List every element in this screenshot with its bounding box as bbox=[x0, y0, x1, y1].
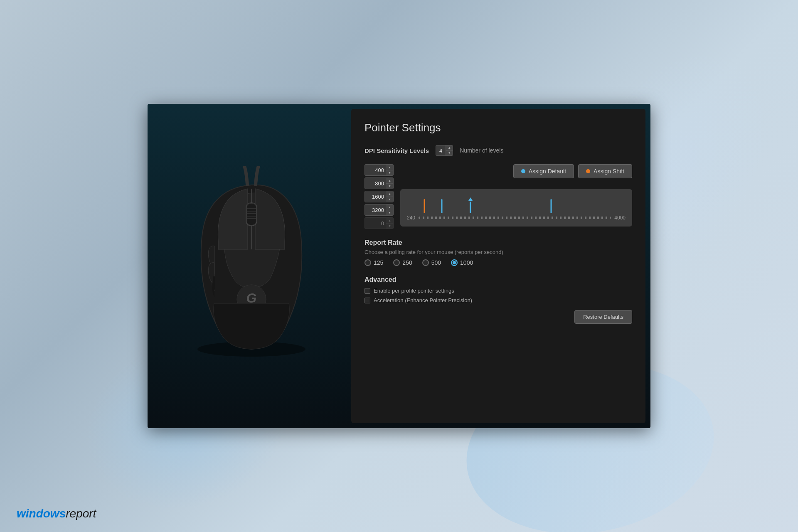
dpi-section: DPI Sensitivity Levels 4 ▲ ▼ Number of l… bbox=[365, 145, 632, 229]
chart-max-label: 4000 bbox=[614, 215, 626, 221]
radio-500[interactable]: 500 bbox=[422, 259, 441, 266]
dpi-input-3[interactable] bbox=[365, 204, 386, 215]
dpi-spinners-2: ▲ ▼ bbox=[386, 191, 393, 202]
dpi-input-row-4: ▲ ▼ bbox=[365, 217, 394, 229]
dpi-input-1[interactable] bbox=[365, 178, 386, 189]
dpi-up-0[interactable]: ▲ bbox=[386, 165, 393, 170]
dpi-up-3[interactable]: ▲ bbox=[386, 204, 393, 210]
dpi-marker-3[interactable] bbox=[551, 199, 552, 213]
assign-default-button[interactable]: Assign Default bbox=[513, 164, 574, 178]
dpi-header: DPI Sensitivity Levels 4 ▲ ▼ Number of l… bbox=[365, 145, 632, 156]
radio-circle-1000[interactable] bbox=[451, 259, 458, 266]
dpi-up-2[interactable]: ▲ bbox=[386, 191, 393, 197]
report-rate-radio-group: 125 250 500 1000 bbox=[365, 259, 632, 266]
radio-label-1000: 1000 bbox=[460, 259, 473, 266]
dpi-level-value: 4 bbox=[436, 148, 446, 154]
dpi-input-row-0[interactable]: ▲ ▼ bbox=[365, 164, 394, 176]
dpi-spinners-4: ▲ ▼ bbox=[386, 218, 393, 229]
dpi-up-1[interactable]: ▲ bbox=[386, 178, 393, 183]
watermark-windows-text: windows bbox=[17, 507, 66, 520]
radio-label-250: 250 bbox=[402, 259, 412, 266]
dpi-input-0[interactable] bbox=[365, 165, 386, 175]
dpi-spinners-3: ▲ ▼ bbox=[386, 204, 393, 215]
dpi-input-row-3[interactable]: ▲ ▼ bbox=[365, 204, 394, 216]
dpi-down-2[interactable]: ▼ bbox=[386, 197, 393, 202]
radio-125[interactable]: 125 bbox=[365, 259, 383, 266]
svg-rect-3 bbox=[247, 204, 256, 225]
advanced-section: Advanced Enable per profile pointer sett… bbox=[365, 276, 632, 324]
dpi-input-2[interactable] bbox=[365, 191, 386, 202]
advanced-title: Advanced bbox=[365, 276, 632, 283]
dpi-up-4: ▲ bbox=[386, 218, 393, 223]
dpi-down-1[interactable]: ▼ bbox=[386, 183, 393, 189]
left-panel: G bbox=[148, 104, 351, 428]
dpi-down-4: ▼ bbox=[386, 223, 393, 229]
dpi-level-arrows: ▲ ▼ bbox=[446, 145, 453, 155]
page-title: Pointer Settings bbox=[365, 121, 632, 134]
dpi-down-0[interactable]: ▼ bbox=[386, 170, 393, 176]
dpi-input-4 bbox=[365, 218, 386, 229]
report-rate-section: Report Rate Choose a polling rate for yo… bbox=[365, 239, 632, 266]
chart-min-label: 240 bbox=[407, 215, 415, 221]
dpi-input-row-1[interactable]: ▲ ▼ bbox=[365, 177, 394, 189]
radio-circle-250[interactable] bbox=[393, 259, 400, 266]
radio-circle-500[interactable] bbox=[422, 259, 429, 266]
advanced-footer: Restore Defaults bbox=[365, 310, 632, 324]
assign-shift-button[interactable]: Assign Shift bbox=[578, 164, 632, 178]
dpi-spinners-1: ▲ ▼ bbox=[386, 178, 393, 189]
watermark: windowsreport bbox=[17, 507, 96, 520]
app-window: G Pointer Settings DPI Sensitivity Level… bbox=[148, 104, 650, 428]
dpi-level-control[interactable]: 4 ▲ ▼ bbox=[436, 145, 453, 156]
chart-track-dots bbox=[419, 217, 611, 219]
dpi-marker-0[interactable] bbox=[424, 199, 425, 213]
dpi-main-row: ▲ ▼ ▲ ▼ bbox=[365, 164, 632, 229]
checkbox-per-profile-label: Enable per profile pointer settings bbox=[374, 288, 454, 294]
dpi-input-row-2[interactable]: ▲ ▼ bbox=[365, 191, 394, 202]
dpi-chart: 240 4000 bbox=[400, 189, 632, 227]
dpi-inputs-col: ▲ ▼ ▲ ▼ bbox=[365, 164, 394, 229]
chart-track: 240 4000 bbox=[407, 213, 626, 222]
report-rate-title: Report Rate bbox=[365, 239, 632, 246]
watermark-report-text: report bbox=[66, 507, 96, 520]
checkbox-per-profile-box[interactable] bbox=[365, 288, 370, 294]
restore-defaults-button[interactable]: Restore Defaults bbox=[574, 310, 632, 324]
num-levels-label: Number of levels bbox=[460, 147, 503, 154]
dpi-marker-1[interactable] bbox=[441, 199, 443, 213]
radio-circle-125[interactable] bbox=[365, 259, 371, 266]
checkbox-acceleration-box[interactable] bbox=[365, 298, 370, 303]
radio-250[interactable]: 250 bbox=[393, 259, 412, 266]
dpi-right-col: Assign Default Assign Shift bbox=[400, 164, 632, 227]
chart-markers-area bbox=[407, 192, 626, 213]
assign-shift-label: Assign Shift bbox=[594, 168, 624, 175]
right-panel: Pointer Settings DPI Sensitivity Levels … bbox=[351, 109, 645, 423]
radio-label-500: 500 bbox=[431, 259, 441, 266]
dpi-level-down-arrow[interactable]: ▼ bbox=[446, 150, 453, 156]
mouse-image: G bbox=[170, 166, 328, 366]
dpi-spinners-0: ▲ ▼ bbox=[386, 165, 393, 175]
assign-default-label: Assign Default bbox=[529, 168, 566, 175]
checkbox-acceleration-label: Acceleration (Enhance Pointer Precision) bbox=[374, 297, 472, 303]
radio-1000[interactable]: 1000 bbox=[451, 259, 473, 266]
dpi-label: DPI Sensitivity Levels bbox=[365, 147, 429, 154]
checkbox-acceleration[interactable]: Acceleration (Enhance Pointer Precision) bbox=[365, 297, 632, 303]
radio-label-125: 125 bbox=[374, 259, 383, 266]
report-rate-description: Choose a polling rate for your mouse (re… bbox=[365, 249, 632, 255]
dpi-level-up-arrow[interactable]: ▲ bbox=[446, 145, 453, 150]
checkbox-per-profile[interactable]: Enable per profile pointer settings bbox=[365, 288, 632, 294]
assign-buttons-row: Assign Default Assign Shift bbox=[400, 164, 632, 178]
dpi-marker-2[interactable] bbox=[468, 197, 473, 213]
dpi-down-3[interactable]: ▼ bbox=[386, 210, 393, 216]
